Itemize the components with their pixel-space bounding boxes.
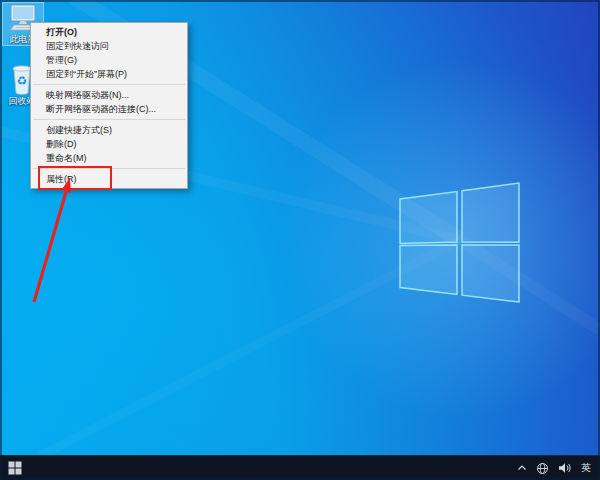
context-menu: 打开(O) 固定到快速访问 管理(G) 固定到“开始”屏幕(P) 映射网络驱动器… <box>30 22 188 189</box>
hidden-icons-button[interactable] <box>514 456 530 480</box>
menu-item-pin-to-start[interactable]: 固定到“开始”屏幕(P) <box>31 67 187 81</box>
menu-separator <box>33 119 185 120</box>
menu-item-rename[interactable]: 重命名(M) <box>31 151 187 165</box>
menu-separator <box>33 168 185 169</box>
menu-item-manage[interactable]: 管理(G) <box>31 53 187 67</box>
menu-item-create-shortcut[interactable]: 创建快捷方式(S) <box>31 123 187 137</box>
chevron-up-icon <box>517 463 527 473</box>
globe-network-icon <box>536 462 549 475</box>
menu-separator <box>33 84 185 85</box>
svg-text:♻: ♻ <box>17 74 28 88</box>
windows-desktop-screen: 此电脑 ♻ 回收站 打开(O) 固定到快速访问 管理(G) 固定到“开始”屏幕(… <box>0 0 600 480</box>
menu-item-open[interactable]: 打开(O) <box>31 25 187 39</box>
ime-indicator[interactable]: 英 <box>578 456 594 480</box>
volume-button[interactable] <box>555 456 575 480</box>
taskbar: 英 <box>0 455 600 480</box>
speaker-icon <box>558 462 572 474</box>
network-button[interactable] <box>533 456 552 480</box>
menu-item-properties[interactable]: 属性(R) <box>31 172 187 186</box>
menu-item-delete[interactable]: 删除(D) <box>31 137 187 151</box>
menu-item-disconnect-network-drive[interactable]: 断开网络驱动器的连接(C)... <box>31 102 187 116</box>
windows-start-icon <box>8 461 22 475</box>
system-tray: 英 <box>514 456 600 480</box>
menu-item-pin-to-quick-access[interactable]: 固定到快速访问 <box>31 39 187 53</box>
menu-item-map-network-drive[interactable]: 映射网络驱动器(N)... <box>31 88 187 102</box>
ime-language-label: 英 <box>581 456 591 480</box>
start-button[interactable] <box>0 456 30 480</box>
